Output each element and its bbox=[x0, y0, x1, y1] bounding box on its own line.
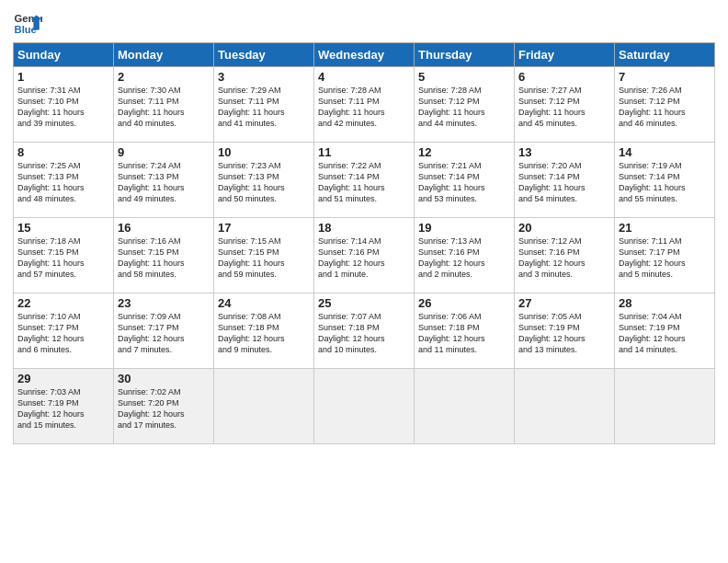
day-number: 2 bbox=[118, 70, 210, 84]
day-cell: 7Sunrise: 7:26 AM Sunset: 7:12 PM Daylig… bbox=[615, 67, 715, 143]
day-cell: 29Sunrise: 7:03 AM Sunset: 7:19 PM Dayli… bbox=[14, 369, 114, 444]
day-cell: 20Sunrise: 7:12 AM Sunset: 7:16 PM Dayli… bbox=[515, 218, 615, 293]
day-number: 12 bbox=[418, 145, 510, 159]
day-cell: 30Sunrise: 7:02 AM Sunset: 7:20 PM Dayli… bbox=[114, 369, 214, 444]
day-cell: 19Sunrise: 7:13 AM Sunset: 7:16 PM Dayli… bbox=[415, 218, 515, 293]
weekday-header-thursday: Thursday bbox=[415, 43, 515, 67]
week-row-1: 1Sunrise: 7:31 AM Sunset: 7:10 PM Daylig… bbox=[14, 67, 715, 143]
day-detail: Sunrise: 7:25 AM Sunset: 7:13 PM Dayligh… bbox=[17, 160, 109, 205]
week-row-4: 22Sunrise: 7:10 AM Sunset: 7:17 PM Dayli… bbox=[14, 293, 715, 369]
day-cell: 27Sunrise: 7:05 AM Sunset: 7:19 PM Dayli… bbox=[515, 293, 615, 369]
day-cell: 3Sunrise: 7:29 AM Sunset: 7:11 PM Daylig… bbox=[214, 67, 314, 143]
day-detail: Sunrise: 7:03 AM Sunset: 7:19 PM Dayligh… bbox=[17, 386, 109, 431]
day-cell: 9Sunrise: 7:24 AM Sunset: 7:13 PM Daylig… bbox=[114, 143, 214, 218]
day-detail: Sunrise: 7:13 AM Sunset: 7:16 PM Dayligh… bbox=[418, 236, 510, 281]
day-cell: 21Sunrise: 7:11 AM Sunset: 7:17 PM Dayli… bbox=[615, 218, 715, 293]
day-detail: Sunrise: 7:31 AM Sunset: 7:10 PM Dayligh… bbox=[17, 85, 109, 130]
day-number: 19 bbox=[418, 221, 510, 235]
day-number: 6 bbox=[518, 70, 610, 84]
day-number: 11 bbox=[318, 145, 410, 159]
day-number: 13 bbox=[518, 145, 610, 159]
day-cell: 2Sunrise: 7:30 AM Sunset: 7:11 PM Daylig… bbox=[114, 67, 214, 143]
day-cell: 11Sunrise: 7:22 AM Sunset: 7:14 PM Dayli… bbox=[314, 143, 415, 218]
day-number: 5 bbox=[418, 70, 510, 84]
day-number: 21 bbox=[619, 221, 711, 235]
day-detail: Sunrise: 7:27 AM Sunset: 7:12 PM Dayligh… bbox=[518, 85, 610, 130]
day-detail: Sunrise: 7:19 AM Sunset: 7:14 PM Dayligh… bbox=[619, 160, 711, 205]
day-detail: Sunrise: 7:14 AM Sunset: 7:16 PM Dayligh… bbox=[318, 236, 410, 281]
day-cell bbox=[214, 369, 314, 444]
weekday-header-tuesday: Tuesday bbox=[214, 43, 314, 67]
day-cell: 17Sunrise: 7:15 AM Sunset: 7:15 PM Dayli… bbox=[214, 218, 314, 293]
day-number: 10 bbox=[218, 145, 310, 159]
week-row-3: 15Sunrise: 7:18 AM Sunset: 7:15 PM Dayli… bbox=[14, 218, 715, 293]
week-row-2: 8Sunrise: 7:25 AM Sunset: 7:13 PM Daylig… bbox=[14, 143, 715, 218]
day-detail: Sunrise: 7:10 AM Sunset: 7:17 PM Dayligh… bbox=[17, 311, 109, 356]
day-number: 28 bbox=[619, 296, 711, 310]
day-cell: 15Sunrise: 7:18 AM Sunset: 7:15 PM Dayli… bbox=[14, 218, 114, 293]
svg-text:Blue: Blue bbox=[15, 24, 37, 35]
day-number: 23 bbox=[118, 296, 210, 310]
day-number: 16 bbox=[118, 221, 210, 235]
day-cell bbox=[415, 369, 515, 444]
page-container: General Blue SundayMondayTuesdayWednesda… bbox=[0, 0, 728, 452]
day-cell: 12Sunrise: 7:21 AM Sunset: 7:14 PM Dayli… bbox=[415, 143, 515, 218]
day-cell: 14Sunrise: 7:19 AM Sunset: 7:14 PM Dayli… bbox=[615, 143, 715, 218]
day-number: 30 bbox=[118, 372, 210, 385]
day-number: 18 bbox=[318, 221, 410, 235]
day-number: 8 bbox=[17, 145, 109, 159]
day-detail: Sunrise: 7:21 AM Sunset: 7:14 PM Dayligh… bbox=[418, 160, 510, 205]
day-detail: Sunrise: 7:05 AM Sunset: 7:19 PM Dayligh… bbox=[518, 311, 610, 356]
day-cell: 26Sunrise: 7:06 AM Sunset: 7:18 PM Dayli… bbox=[415, 293, 515, 369]
day-cell bbox=[615, 369, 715, 444]
day-detail: Sunrise: 7:22 AM Sunset: 7:14 PM Dayligh… bbox=[318, 160, 410, 205]
day-number: 26 bbox=[418, 296, 510, 310]
day-cell: 8Sunrise: 7:25 AM Sunset: 7:13 PM Daylig… bbox=[14, 143, 114, 218]
logo: General Blue bbox=[13, 9, 46, 39]
day-number: 3 bbox=[218, 70, 310, 84]
weekday-header-wednesday: Wednesday bbox=[314, 43, 415, 67]
day-detail: Sunrise: 7:26 AM Sunset: 7:12 PM Dayligh… bbox=[619, 85, 711, 130]
header: General Blue bbox=[13, 9, 715, 39]
day-detail: Sunrise: 7:29 AM Sunset: 7:11 PM Dayligh… bbox=[218, 85, 310, 130]
day-number: 17 bbox=[218, 221, 310, 235]
day-detail: Sunrise: 7:12 AM Sunset: 7:16 PM Dayligh… bbox=[518, 236, 610, 281]
day-number: 24 bbox=[218, 296, 310, 310]
day-detail: Sunrise: 7:20 AM Sunset: 7:14 PM Dayligh… bbox=[518, 160, 610, 205]
weekday-header-sunday: Sunday bbox=[14, 43, 114, 67]
week-row-5: 29Sunrise: 7:03 AM Sunset: 7:19 PM Dayli… bbox=[14, 369, 715, 444]
calendar-table: SundayMondayTuesdayWednesdayThursdayFrid… bbox=[13, 42, 715, 444]
day-detail: Sunrise: 7:18 AM Sunset: 7:15 PM Dayligh… bbox=[17, 236, 109, 281]
day-cell: 4Sunrise: 7:28 AM Sunset: 7:11 PM Daylig… bbox=[314, 67, 415, 143]
day-cell: 24Sunrise: 7:08 AM Sunset: 7:18 PM Dayli… bbox=[214, 293, 314, 369]
day-cell bbox=[314, 369, 415, 444]
day-number: 20 bbox=[518, 221, 610, 235]
day-number: 29 bbox=[17, 372, 109, 385]
day-detail: Sunrise: 7:02 AM Sunset: 7:20 PM Dayligh… bbox=[118, 386, 210, 431]
weekday-header-friday: Friday bbox=[515, 43, 615, 67]
day-cell: 16Sunrise: 7:16 AM Sunset: 7:15 PM Dayli… bbox=[114, 218, 214, 293]
day-number: 15 bbox=[17, 221, 109, 235]
day-number: 27 bbox=[518, 296, 610, 310]
logo-icon: General Blue bbox=[13, 9, 42, 39]
day-detail: Sunrise: 7:28 AM Sunset: 7:11 PM Dayligh… bbox=[318, 85, 410, 130]
day-detail: Sunrise: 7:04 AM Sunset: 7:19 PM Dayligh… bbox=[619, 311, 711, 356]
day-detail: Sunrise: 7:09 AM Sunset: 7:17 PM Dayligh… bbox=[118, 311, 210, 356]
day-cell: 13Sunrise: 7:20 AM Sunset: 7:14 PM Dayli… bbox=[515, 143, 615, 218]
day-cell: 22Sunrise: 7:10 AM Sunset: 7:17 PM Dayli… bbox=[14, 293, 114, 369]
day-detail: Sunrise: 7:11 AM Sunset: 7:17 PM Dayligh… bbox=[619, 236, 711, 281]
day-detail: Sunrise: 7:28 AM Sunset: 7:12 PM Dayligh… bbox=[418, 85, 510, 130]
weekday-header-saturday: Saturday bbox=[615, 43, 715, 67]
day-cell: 25Sunrise: 7:07 AM Sunset: 7:18 PM Dayli… bbox=[314, 293, 415, 369]
day-detail: Sunrise: 7:23 AM Sunset: 7:13 PM Dayligh… bbox=[218, 160, 310, 205]
day-number: 25 bbox=[318, 296, 410, 310]
day-cell: 18Sunrise: 7:14 AM Sunset: 7:16 PM Dayli… bbox=[314, 218, 415, 293]
calendar-header-row: SundayMondayTuesdayWednesdayThursdayFrid… bbox=[14, 43, 715, 67]
day-cell: 10Sunrise: 7:23 AM Sunset: 7:13 PM Dayli… bbox=[214, 143, 314, 218]
day-cell: 6Sunrise: 7:27 AM Sunset: 7:12 PM Daylig… bbox=[515, 67, 615, 143]
day-detail: Sunrise: 7:07 AM Sunset: 7:18 PM Dayligh… bbox=[318, 311, 410, 356]
day-cell: 28Sunrise: 7:04 AM Sunset: 7:19 PM Dayli… bbox=[615, 293, 715, 369]
day-detail: Sunrise: 7:15 AM Sunset: 7:15 PM Dayligh… bbox=[218, 236, 310, 281]
weekday-header-monday: Monday bbox=[114, 43, 214, 67]
day-detail: Sunrise: 7:06 AM Sunset: 7:18 PM Dayligh… bbox=[418, 311, 510, 356]
